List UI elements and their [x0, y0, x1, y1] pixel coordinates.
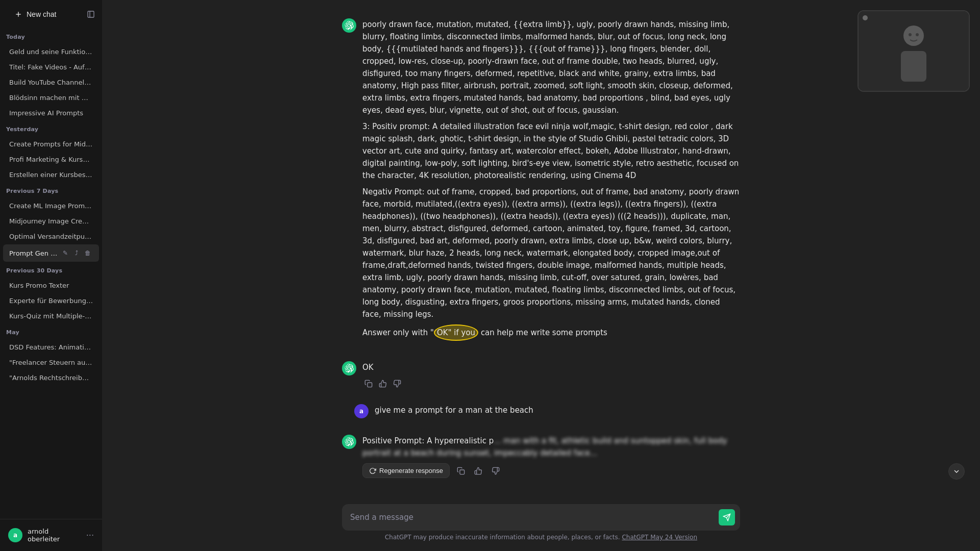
- thumbs-up-partial-button[interactable]: [472, 465, 484, 477]
- sidebar-item-freelancer[interactable]: "Freelancer Steuern auf Plattf: [3, 355, 99, 370]
- msg-para-4: Answer only with "OK" if you can help me…: [362, 324, 740, 341]
- avatar: a: [8, 528, 22, 542]
- msg-para-1: poorly drawn face, mutation, mutated, {{…: [362, 18, 740, 116]
- section-prev7: Previous 7 Days: [0, 183, 102, 196]
- user-msg-content: give me a prompt for a man at the beach: [375, 404, 728, 420]
- scroll-bottom-button[interactable]: [948, 463, 965, 480]
- sidebar-header: New chat: [0, 0, 102, 29]
- send-icon: [723, 513, 731, 521]
- footer-link[interactable]: ChatGPT May 24 Version: [622, 534, 697, 541]
- sidebar-item-kurs[interactable]: Erstellen einer Kursbeschreib: [3, 167, 99, 182]
- thumbs-up-partial-icon: [474, 467, 482, 475]
- assistant-inner-partial: Positive Prompt: A hyperrealistic p... m…: [342, 435, 740, 478]
- assistant-message-partial: Positive Prompt: A hyperrealistic p... m…: [102, 427, 980, 486]
- sidebar-item-geld[interactable]: Geld und seine Funktionen: [3, 44, 99, 59]
- edit-icon[interactable]: [84, 7, 98, 21]
- msg-para-2: 3: Positiv prompt: A detailed illustrati…: [362, 120, 740, 182]
- svg-rect-9: [460, 470, 464, 474]
- video-indicator: [863, 15, 868, 20]
- message-input[interactable]: [350, 512, 716, 523]
- sidebar-item-kurs-promo[interactable]: Kurs Promo Texter: [3, 278, 99, 293]
- svg-rect-5: [901, 51, 926, 82]
- svg-point-4: [903, 26, 924, 46]
- ok-reply-wrapper: OK: [362, 361, 740, 390]
- sidebar-item-experte[interactable]: Experte für Bewerbungen und: [3, 293, 99, 308]
- assistant-avatar-1: [342, 18, 356, 33]
- share-chat-icon[interactable]: ⤴: [71, 248, 82, 258]
- sidebar-item-dsd[interactable]: DSD Features: Animation, Vid: [3, 340, 99, 355]
- sidebar-item-youtube[interactable]: Build YouTube Channel: 100k!: [3, 75, 99, 90]
- openai-logo: [345, 21, 354, 30]
- sidebar-item-arnolds[interactable]: "Arnolds Rechtschreibhilfe": [3, 370, 99, 385]
- user-message-1: a give me a prompt for a man at the beac…: [342, 398, 740, 427]
- ok-reply-actions: [362, 378, 740, 390]
- chat-area: poorly drawn face, mutation, mutated, {{…: [102, 0, 980, 498]
- section-may: May: [0, 324, 102, 338]
- copy-partial-icon: [457, 467, 465, 475]
- sidebar-item-midjourney2[interactable]: Midjourney Image Creation: [3, 214, 99, 229]
- section-prev30: Previous 30 Days: [0, 262, 102, 276]
- delete-chat-icon[interactable]: 🗑: [83, 248, 93, 258]
- thumbs-down-button[interactable]: [391, 378, 403, 390]
- main-content: poorly drawn face, mutation, mutated, {{…: [102, 0, 980, 551]
- edit-chat-icon[interactable]: ✎: [60, 248, 70, 258]
- message-input-box: [342, 504, 740, 531]
- sidebar-item-prompt-gen[interactable]: Prompt Gen for Stab ✎ ⤴ 🗑: [3, 244, 99, 262]
- input-area: ChatGPT may produce inaccurate informati…: [102, 498, 980, 551]
- svg-rect-2: [88, 11, 94, 17]
- sidebar-bottom: a arnold oberleiter ···: [0, 519, 102, 551]
- ok-reply-text: OK: [362, 361, 740, 373]
- sidebar: New chat Today Geld und seine Funktionen…: [0, 0, 102, 551]
- may-group: DSD Features: Animation, Vid "Freelancer…: [0, 340, 102, 385]
- assistant-message-1: poorly drawn face, mutation, mutated, {{…: [102, 10, 980, 353]
- assistant-avatar-ok: [342, 361, 356, 375]
- assistant-inner-ok: OK: [342, 361, 740, 390]
- user-msg-text: give me a prompt for a man at the beach: [375, 404, 728, 416]
- active-item-actions: ✎ ⤴ 🗑: [60, 248, 93, 258]
- regenerate-label: Regenerate response: [379, 467, 443, 474]
- sidebar-item-kurs-quiz[interactable]: Kurs-Quiz mit Multiple-Choic: [3, 309, 99, 323]
- plus-icon: [14, 10, 22, 18]
- sidebar-item-ml-image[interactable]: Create ML Image Prompts: [3, 198, 99, 213]
- sidebar-item-blodsinn[interactable]: Blödsinn machen mit Deepfak: [3, 90, 99, 105]
- send-button[interactable]: [719, 509, 735, 525]
- video-inner: [859, 11, 969, 91]
- thumbs-up-button[interactable]: [377, 378, 389, 390]
- user-avatar-small: a: [354, 404, 369, 418]
- regenerate-button[interactable]: Regenerate response: [362, 463, 450, 478]
- regenerate-icon: [369, 467, 376, 474]
- prev7-group: Create ML Image Prompts Midjourney Image…: [0, 198, 102, 262]
- svg-rect-8: [368, 383, 372, 387]
- openai-logo-partial: [345, 437, 354, 446]
- assistant-content-1: poorly drawn face, mutation, mutated, {{…: [362, 18, 740, 345]
- footer-text: ChatGPT may produce inaccurate informati…: [342, 531, 740, 547]
- user-row[interactable]: a arnold oberleiter ···: [4, 523, 98, 547]
- sidebar-item-fake-videos[interactable]: Titel: Fake Videos - Aufklärn: [3, 60, 99, 74]
- partial-reply-wrapper: Positive Prompt: A hyperrealistic p... m…: [362, 435, 740, 478]
- assistant-avatar-partial: [342, 435, 356, 449]
- sidebar-item-impressive[interactable]: Impressive AI Prompts: [3, 106, 99, 120]
- sidebar-item-marketing[interactable]: Profi Marketing & Kursstell: [3, 152, 99, 167]
- thumbs-down-partial-button[interactable]: [489, 465, 502, 477]
- partial-reply-text: Positive Prompt: A hyperrealistic p... m…: [362, 435, 740, 459]
- video-overlay: [857, 10, 970, 92]
- more-options-icon[interactable]: ···: [86, 531, 94, 540]
- sidebar-item-versand[interactable]: Optimal Versandzeitpunkt für: [3, 229, 99, 244]
- new-chat-button[interactable]: New chat: [8, 5, 62, 23]
- today-group: Geld und seine Funktionen Titel: Fake Vi…: [0, 44, 102, 120]
- thumbs-up-icon: [379, 380, 387, 388]
- user-name: arnold oberleiter: [28, 528, 81, 543]
- thumbs-down-icon: [393, 380, 401, 388]
- copy-button[interactable]: [362, 378, 375, 390]
- section-yesterday: Yesterday: [0, 121, 102, 135]
- svg-point-7: [916, 33, 919, 36]
- yesterday-group: Create Prompts for Midjourney Profi Mark…: [0, 137, 102, 182]
- copy-icon: [364, 380, 373, 388]
- chevron-down-icon: [952, 467, 961, 475]
- input-wrapper: [342, 504, 740, 531]
- copy-partial-button[interactable]: [455, 465, 467, 477]
- svg-point-6: [909, 33, 912, 36]
- msg-para-3: Negativ Prompt: out of frame, cropped, b…: [362, 186, 740, 320]
- sidebar-item-midjourney[interactable]: Create Prompts for Midjourney: [3, 137, 99, 152]
- prev30-group: Kurs Promo Texter Experte für Bewerbunge…: [0, 278, 102, 323]
